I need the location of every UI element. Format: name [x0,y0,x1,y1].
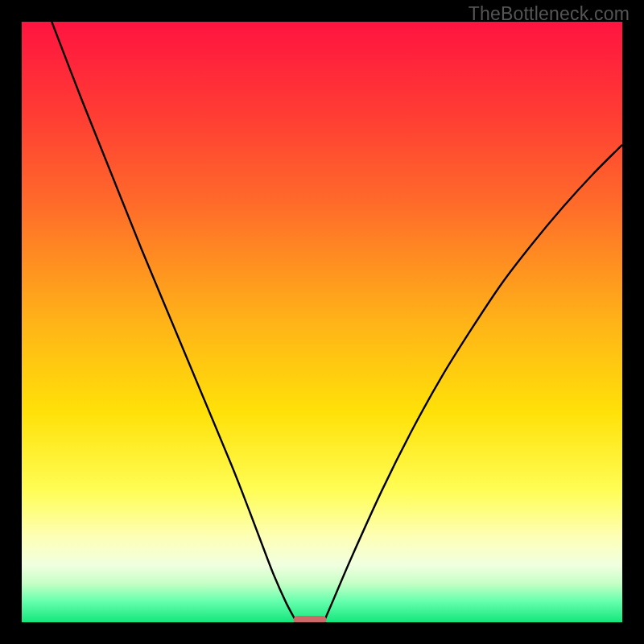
bottleneck-marker [294,616,327,622]
watermark-text: TheBottleneck.com [469,3,630,25]
chart-frame: TheBottleneck.com [0,0,644,644]
plot-svg [22,22,622,622]
plot-area [22,22,622,622]
gradient-background [22,22,622,622]
